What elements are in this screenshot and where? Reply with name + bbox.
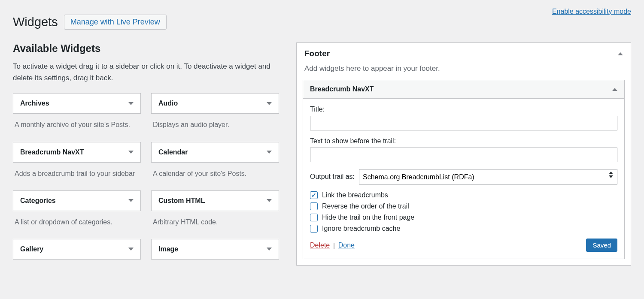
available-widget: Calendar A calendar of your site's Posts… [151,142,279,183]
available-widget-name: Breadcrumb NavXT [20,148,84,156]
available-widget-description: Arbitrary HTML code. [151,211,279,231]
available-widget: Audio Displays an audio player. [151,93,279,134]
caret-up-icon [618,52,623,55]
available-widget-description: A monthly archive of your site's Posts. [13,114,141,134]
caret-down-icon [267,248,272,251]
caret-down-icon [128,199,134,202]
save-button[interactable]: Saved [586,239,617,252]
output-select[interactable]: Schema.org BreadcrumbList (RDFa) [359,169,617,184]
caret-down-icon [128,102,134,105]
available-widget: Categories A list or dropdown of categor… [13,190,141,231]
sidebar-area-toggle[interactable]: Footer [297,43,631,64]
available-widget-description [13,260,141,270]
available-widgets-description: To activate a widget drag it to a sideba… [13,60,279,84]
done-link[interactable]: Done [338,242,355,249]
available-widget-description: A list or dropdown of categories. [13,211,141,231]
page-title: Widgets [13,15,58,29]
caret-down-icon [267,199,272,202]
checkbox[interactable] [310,214,318,221]
available-widget: Custom HTML Arbitrary HTML code. [151,190,279,231]
sidebar-area-description: Add widgets here to appear in your foote… [297,64,631,80]
available-widget-header[interactable]: Calendar [151,142,279,163]
pretext-input[interactable] [310,148,617,162]
title-input[interactable] [310,116,617,130]
available-widget-name: Archives [20,100,49,107]
available-widget-header[interactable]: Breadcrumb NavXT [13,142,141,163]
checkbox-label: Link the breadcrumbs [322,191,388,199]
live-preview-button[interactable]: Manage with Live Preview [64,15,167,30]
checkbox[interactable] [310,225,318,233]
title-label: Title: [310,106,617,113]
available-widget-description [151,260,279,270]
checkbox-row: Ignore breadcrumb cache [310,225,617,233]
caret-down-icon [128,151,134,154]
widget-instance-name: Breadcrumb NavXT [310,85,374,93]
accessibility-mode-link[interactable]: Enable accessibility mode [552,8,631,15]
output-label: Output trail as: [310,173,355,181]
caret-down-icon [128,248,134,251]
available-widgets-heading: Available Widgets [13,42,279,54]
available-widget: Archives A monthly archive of your site'… [13,93,141,134]
sidebar-area-footer: Footer Add widgets here to appear in you… [296,42,631,266]
caret-down-icon [267,102,272,105]
available-widget-header[interactable]: Archives [13,93,141,114]
available-widget-name: Image [158,245,178,253]
pretext-label: Text to show before the trail: [310,137,617,145]
available-widget: Image [151,239,279,270]
checkbox-label: Ignore breadcrumb cache [322,225,400,233]
available-widget: Breadcrumb NavXT Adds a breadcrumb trail… [13,142,141,183]
caret-down-icon [267,151,272,154]
available-widget-name: Gallery [20,245,43,253]
available-widget-name: Custom HTML [158,197,205,205]
delete-link[interactable]: Delete [310,242,330,249]
checkbox-label: Hide the trail on the front page [322,214,414,221]
widget-instance: Breadcrumb NavXT Title: Text to show bef… [303,80,625,259]
available-widget-header[interactable]: Gallery [13,239,141,260]
available-widget-header[interactable]: Categories [13,190,141,211]
available-widget-description: Displays an audio player. [151,114,279,134]
caret-up-icon [612,88,617,91]
checkbox-row: Link the breadcrumbs [310,191,617,199]
available-widget-name: Calendar [158,148,188,156]
available-widget-header[interactable]: Custom HTML [151,190,279,211]
widget-instance-toggle[interactable]: Breadcrumb NavXT [303,80,624,99]
checkbox-row: Hide the trail on the front page [310,214,617,221]
available-widget-description: A calendar of your site's Posts. [151,163,279,183]
action-separator: | [333,242,335,249]
checkbox[interactable] [310,191,318,199]
available-widget-header[interactable]: Audio [151,93,279,114]
checkbox-label: Reverse the order of the trail [322,202,409,210]
checkbox[interactable] [310,202,318,210]
available-widget-header[interactable]: Image [151,239,279,260]
sidebar-area-name: Footer [304,49,330,58]
available-widget-description: Adds a breadcrumb trail to your sidebar [13,163,141,183]
available-widget: Gallery [13,239,141,270]
available-widget-name: Audio [158,100,178,107]
available-widget-name: Categories [20,197,56,205]
checkbox-row: Reverse the order of the trail [310,202,617,210]
